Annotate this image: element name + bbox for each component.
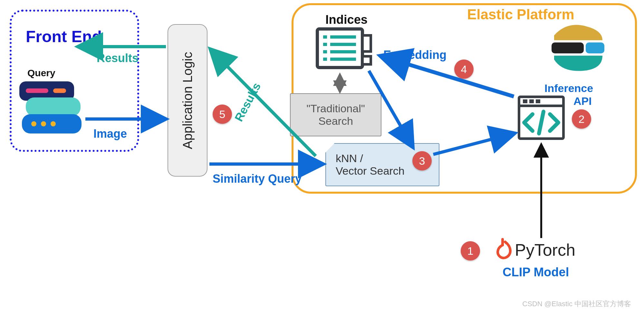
badge-5: 5 [213, 105, 232, 124]
clip-model-label: CLIP Model [503, 265, 569, 279]
svg-rect-9 [362, 35, 371, 51]
svg-point-5 [31, 121, 36, 126]
badge-3: 3 [412, 151, 432, 170]
badge-4: 4 [454, 60, 474, 79]
watermark-text: CSDN @Elastic 中国社区官方博客 [522, 299, 631, 309]
svg-rect-24 [529, 99, 534, 103]
inference-api-icon [517, 95, 565, 143]
traditional-search-line1: "Traditional" [306, 102, 365, 115]
pytorch-name: PyTorch [515, 240, 575, 260]
indices-label: Indices [325, 13, 368, 27]
indices-icon [314, 26, 379, 75]
arrow-label-embedding: Embedding [383, 48, 447, 62]
svg-rect-3 [26, 97, 81, 116]
inference-api-label-1: Inference [544, 82, 593, 95]
pytorch-flame-icon [493, 238, 512, 262]
elastic-platform-title: Elastic Platform [467, 6, 574, 23]
frontend-title: Front End [26, 27, 102, 46]
application-logic-box: Application Logic [168, 24, 207, 177]
query-stack-icon [16, 79, 87, 141]
query-label: Query [27, 68, 55, 78]
svg-rect-1 [26, 88, 48, 93]
svg-rect-2 [53, 88, 66, 93]
svg-rect-19 [552, 42, 584, 53]
svg-rect-8 [317, 29, 362, 68]
svg-point-27 [505, 242, 508, 244]
badge-1: 1 [461, 241, 480, 261]
arrow-label-similarity-query: Similarity Query [213, 172, 302, 186]
svg-rect-10 [362, 56, 371, 64]
svg-rect-25 [536, 99, 540, 103]
svg-rect-23 [523, 99, 527, 103]
application-logic-label: Application Logic [180, 52, 195, 149]
pytorch-row: PyTorch [493, 238, 575, 262]
svg-point-6 [41, 121, 46, 126]
elastic-logo-icon [548, 23, 609, 75]
inference-api-label-2: API [573, 95, 592, 107]
traditional-search-box: "Traditional" Search [290, 93, 381, 136]
arrow-label-results-diag: Results [232, 80, 264, 124]
badge-2: 2 [572, 109, 591, 129]
traditional-search-line2: Search [318, 115, 353, 127]
svg-rect-20 [586, 42, 604, 53]
arrow-label-results-top: Results [97, 51, 139, 65]
arrow-label-image: Image [93, 127, 127, 141]
svg-point-7 [51, 121, 56, 126]
